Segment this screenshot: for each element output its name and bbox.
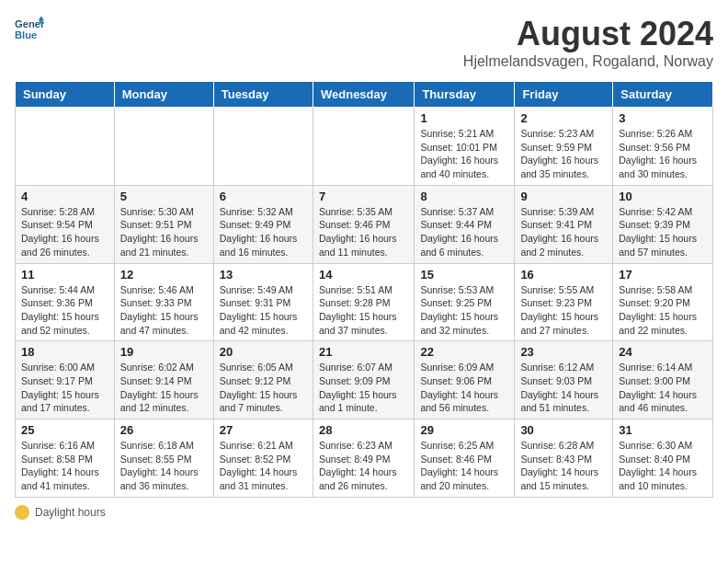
calendar-cell: 29Sunrise: 6:25 AMSunset: 8:46 PMDayligh… [415,419,515,498]
weekday-header-wednesday: Wednesday [313,82,414,108]
calendar-cell: 7Sunrise: 5:35 AMSunset: 9:46 PMDaylight… [313,185,414,263]
day-info: Sunrise: 6:23 AMSunset: 8:49 PMDaylight:… [319,439,408,493]
calendar-cell: 18Sunrise: 6:00 AMSunset: 9:17 PMDayligh… [16,341,115,419]
day-info: Sunrise: 6:16 AMSunset: 8:58 PMDaylight:… [21,439,108,493]
calendar-cell: 17Sunrise: 5:58 AMSunset: 9:20 PMDayligh… [613,263,713,341]
day-number: 1 [420,111,508,125]
day-info: Sunrise: 6:30 AMSunset: 8:40 PMDaylight:… [619,439,707,493]
day-number: 29 [420,423,508,437]
day-info: Sunrise: 5:26 AMSunset: 9:56 PMDaylight:… [619,127,707,181]
day-info: Sunrise: 5:55 AMSunset: 9:23 PMDaylight:… [520,283,607,338]
calendar-week-1: 1Sunrise: 5:21 AMSunset: 10:01 PMDayligh… [16,108,713,186]
calendar-cell: 20Sunrise: 6:05 AMSunset: 9:12 PMDayligh… [213,341,313,419]
calendar-cell: 21Sunrise: 6:07 AMSunset: 9:09 PMDayligh… [313,341,414,419]
day-info: Sunrise: 5:53 AMSunset: 9:25 PMDaylight:… [420,283,508,338]
day-number: 4 [21,190,108,203]
calendar-cell: 31Sunrise: 6:30 AMSunset: 8:40 PMDayligh… [613,419,713,498]
daylight-icon [15,505,29,520]
calendar-cell: 3Sunrise: 5:26 AMSunset: 9:56 PMDaylight… [613,108,713,186]
footer: Daylight hours [15,505,713,520]
day-info: Sunrise: 5:42 AMSunset: 9:39 PMDaylight:… [619,205,707,259]
calendar-cell: 14Sunrise: 5:51 AMSunset: 9:28 PMDayligh… [313,263,414,341]
calendar-week-3: 11Sunrise: 5:44 AMSunset: 9:36 PMDayligh… [16,263,713,341]
day-info: Sunrise: 6:25 AMSunset: 8:46 PMDaylight:… [420,439,508,493]
weekday-header-sunday: Sunday [16,82,115,108]
calendar-cell: 9Sunrise: 5:39 AMSunset: 9:41 PMDaylight… [515,185,613,263]
logo: General Blue [15,15,44,44]
calendar-cell: 28Sunrise: 6:23 AMSunset: 8:49 PMDayligh… [313,419,414,498]
day-info: Sunrise: 5:35 AMSunset: 9:46 PMDaylight:… [319,205,408,259]
day-number: 9 [520,190,607,203]
calendar-week-5: 25Sunrise: 6:16 AMSunset: 8:58 PMDayligh… [16,419,713,498]
day-info: Sunrise: 5:30 AMSunset: 9:51 PMDaylight:… [120,205,208,259]
day-number: 2 [520,111,607,125]
calendar-cell: 1Sunrise: 5:21 AMSunset: 10:01 PMDayligh… [415,108,515,186]
calendar-cell [313,108,414,186]
calendar-cell: 16Sunrise: 5:55 AMSunset: 9:23 PMDayligh… [515,263,613,341]
day-info: Sunrise: 6:12 AMSunset: 9:03 PMDaylight:… [520,361,607,415]
day-info: Sunrise: 6:14 AMSunset: 9:00 PMDaylight:… [619,361,707,415]
calendar-table: SundayMondayTuesdayWednesdayThursdayFrid… [15,81,713,498]
calendar-cell [213,108,313,186]
weekday-header-thursday: Thursday [415,82,515,108]
weekday-header-friday: Friday [515,82,613,108]
calendar-cell [16,108,115,186]
day-info: Sunrise: 6:09 AMSunset: 9:06 PMDaylight:… [420,361,508,415]
header: General Blue August 2024 Hjelmelandsvage… [15,15,713,70]
calendar-cell: 13Sunrise: 5:49 AMSunset: 9:31 PMDayligh… [213,263,313,341]
day-number: 31 [619,423,707,437]
calendar-cell: 8Sunrise: 5:37 AMSunset: 9:44 PMDaylight… [415,185,515,263]
day-number: 13 [220,268,307,282]
day-number: 8 [420,190,508,203]
page-subtitle: Hjelmelandsvagen, Rogaland, Norway [463,53,713,70]
day-info: Sunrise: 6:07 AMSunset: 9:09 PMDaylight:… [319,361,408,415]
footer-label: Daylight hours [35,506,106,519]
day-info: Sunrise: 5:49 AMSunset: 9:31 PMDaylight:… [220,283,307,338]
calendar-cell: 27Sunrise: 6:21 AMSunset: 8:52 PMDayligh… [213,419,313,498]
day-number: 6 [220,190,307,203]
calendar-cell: 25Sunrise: 6:16 AMSunset: 8:58 PMDayligh… [16,419,115,498]
calendar-cell: 30Sunrise: 6:28 AMSunset: 8:43 PMDayligh… [515,419,613,498]
day-number: 26 [120,423,208,437]
day-info: Sunrise: 6:28 AMSunset: 8:43 PMDaylight:… [520,439,607,493]
day-number: 11 [21,268,108,282]
calendar-week-2: 4Sunrise: 5:28 AMSunset: 9:54 PMDaylight… [16,185,713,263]
calendar-cell: 5Sunrise: 5:30 AMSunset: 9:51 PMDaylight… [114,185,213,263]
weekday-header-tuesday: Tuesday [213,82,313,108]
day-number: 12 [120,268,208,282]
day-info: Sunrise: 5:21 AMSunset: 10:01 PMDaylight… [420,127,508,181]
calendar-cell: 12Sunrise: 5:46 AMSunset: 9:33 PMDayligh… [114,263,213,341]
weekday-header-saturday: Saturday [613,82,713,108]
day-info: Sunrise: 5:28 AMSunset: 9:54 PMDaylight:… [21,205,108,259]
day-info: Sunrise: 5:46 AMSunset: 9:33 PMDaylight:… [120,283,208,338]
day-number: 27 [220,423,307,437]
calendar-cell: 19Sunrise: 6:02 AMSunset: 9:14 PMDayligh… [114,341,213,419]
calendar-cell: 2Sunrise: 5:23 AMSunset: 9:59 PMDaylight… [515,108,613,186]
day-info: Sunrise: 6:21 AMSunset: 8:52 PMDaylight:… [220,439,307,493]
calendar-cell: 23Sunrise: 6:12 AMSunset: 9:03 PMDayligh… [515,341,613,419]
day-info: Sunrise: 6:18 AMSunset: 8:55 PMDaylight:… [120,439,208,493]
day-number: 17 [619,268,707,282]
title-area: August 2024 Hjelmelandsvagen, Rogaland, … [463,15,713,70]
day-info: Sunrise: 5:51 AMSunset: 9:28 PMDaylight:… [319,283,408,338]
day-number: 3 [619,111,707,125]
day-number: 30 [520,423,607,437]
page-title: August 2024 [463,15,713,53]
day-number: 5 [120,190,208,203]
day-number: 23 [520,345,607,359]
day-info: Sunrise: 5:37 AMSunset: 9:44 PMDaylight:… [420,205,508,259]
svg-text:Blue: Blue [15,29,37,40]
calendar-cell: 24Sunrise: 6:14 AMSunset: 9:00 PMDayligh… [613,341,713,419]
day-info: Sunrise: 6:00 AMSunset: 9:17 PMDaylight:… [21,361,108,415]
calendar-cell: 22Sunrise: 6:09 AMSunset: 9:06 PMDayligh… [415,341,515,419]
day-number: 10 [619,190,707,203]
day-info: Sunrise: 5:32 AMSunset: 9:49 PMDaylight:… [220,205,307,259]
day-number: 28 [319,423,408,437]
day-number: 24 [619,345,707,359]
day-number: 21 [319,345,408,359]
day-number: 18 [21,345,108,359]
calendar-week-4: 18Sunrise: 6:00 AMSunset: 9:17 PMDayligh… [16,341,713,419]
day-number: 16 [520,268,607,282]
weekday-header-row: SundayMondayTuesdayWednesdayThursdayFrid… [16,82,713,108]
day-number: 25 [21,423,108,437]
